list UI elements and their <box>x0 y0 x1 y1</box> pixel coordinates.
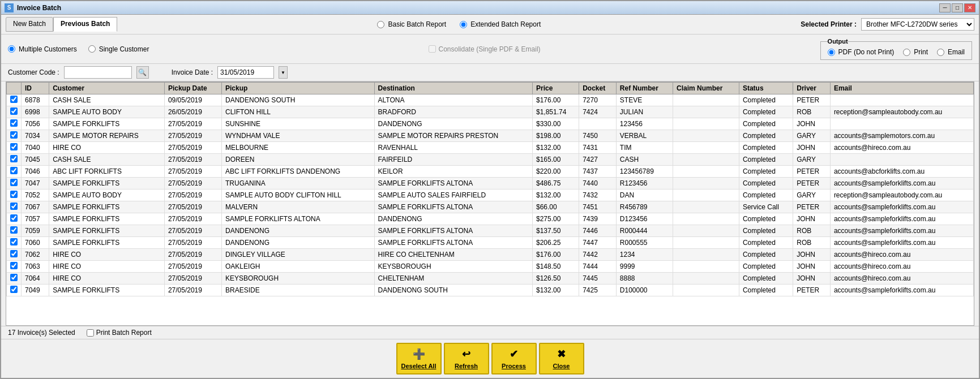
close-label: Close <box>553 363 570 369</box>
close-button[interactable]: ✖ Close <box>539 343 584 374</box>
single-customer-option[interactable]: Single Customer <box>88 45 149 53</box>
invoice-date-group: Invoice Date : ▼ <box>172 66 288 79</box>
print-batch-report-checkbox[interactable] <box>87 329 94 337</box>
pdf-radio[interactable] <box>828 49 835 56</box>
deselect-all-button[interactable]: ➕ Deselect All <box>396 343 442 374</box>
header-pickup-date: Pickup Date <box>164 83 221 94</box>
customer-code-label: Customer Code : <box>8 68 59 76</box>
header-claim-number: Claim Number <box>673 83 739 94</box>
header-id: ID <box>22 83 49 94</box>
customer-code-search-button[interactable]: 🔍 <box>136 66 149 79</box>
row-checkbox[interactable] <box>10 214 18 222</box>
header-checkbox <box>7 83 22 94</box>
printer-select[interactable]: Brother MFC-L2720DW series <box>861 18 974 31</box>
table-row: 7045CASH SALE27/05/2019DOREENFAIRFEILD$1… <box>7 154 974 166</box>
multiple-customers-option[interactable]: Multiple Customers <box>8 45 77 53</box>
invoice-table: ID Customer Pickup Date Pickup Destinati… <box>6 82 974 296</box>
customer-type-options: Multiple Customers Single Customer <box>8 45 149 53</box>
invoice-date-label: Invoice Date : <box>172 68 213 76</box>
header-driver: Driver <box>793 83 831 94</box>
single-customer-label: Single Customer <box>99 45 149 53</box>
table-row: 7052SAMPLE AUTO BODY27/05/2019SAMPLE AUT… <box>7 190 974 201</box>
app-icon: S <box>5 3 14 12</box>
row-checkbox[interactable] <box>10 143 18 150</box>
row-checkbox[interactable] <box>10 274 18 281</box>
header-customer: Customer <box>49 83 165 94</box>
row-checkbox[interactable] <box>10 167 18 174</box>
row-checkbox[interactable] <box>10 96 18 103</box>
email-radio[interactable] <box>937 49 944 56</box>
extended-batch-report-option[interactable]: Extended Batch Report <box>460 20 541 28</box>
print-radio[interactable] <box>903 49 910 56</box>
close-window-button[interactable]: ✕ <box>964 3 975 12</box>
row-checkbox[interactable] <box>10 179 18 186</box>
pdf-output-option[interactable]: PDF (Do not Print) <box>828 48 895 56</box>
invoices-selected-text: 17 Invoice(s) Selected <box>8 329 75 337</box>
print-batch-report-group: Print Batch Report <box>87 329 152 337</box>
refresh-button[interactable]: ↩ Refresh <box>444 343 489 374</box>
row-checkbox[interactable] <box>10 262 18 269</box>
pdf-label: PDF (Do not Print) <box>838 48 895 56</box>
refresh-label: Refresh <box>455 363 478 369</box>
row-checkbox[interactable] <box>10 155 18 162</box>
table-row: 6998SAMPLE AUTO BODY26/05/2019CLIFTON HI… <box>7 106 974 118</box>
table-row: 7059SAMPLE FORKLIFTS27/05/2019DANDENONGS… <box>7 225 974 237</box>
minimize-button[interactable]: ─ <box>939 3 951 12</box>
consolidate-checkbox[interactable] <box>429 45 436 53</box>
close-icon: ✖ <box>557 348 566 360</box>
main-window: S Invoice Batch ─ □ ✕ New Batch Previous… <box>0 0 980 379</box>
email-output-option[interactable]: Email <box>937 48 965 56</box>
window-controls: ─ □ ✕ <box>939 3 975 12</box>
title-bar: S Invoice Batch ─ □ ✕ <box>1 1 979 15</box>
print-output-option[interactable]: Print <box>903 48 928 56</box>
bottom-bar: ➕ Deselect All ↩ Refresh ✔ Process ✖ Clo… <box>1 339 979 378</box>
table-row: 7046ABC LIFT FORKLIFTS27/05/2019ABC LIFT… <box>7 166 974 178</box>
basic-batch-report-option[interactable]: Basic Batch Report <box>377 20 446 28</box>
table-row: 7064HIRE CO27/05/2019KEYSBOROUGHCHELTENH… <box>7 273 974 285</box>
customer-options-row: Multiple Customers Single Customer Conso… <box>1 35 979 64</box>
header-status: Status <box>739 83 793 94</box>
multiple-customers-label: Multiple Customers <box>19 45 77 53</box>
header-destination: Destination <box>374 83 532 94</box>
row-checkbox[interactable] <box>10 238 18 246</box>
table-row: 7062HIRE CO27/05/2019DINGLEY VILLAGEHIRE… <box>7 249 974 261</box>
header-docket: Docket <box>579 83 617 94</box>
table-row: 7056SAMPLE FORKLIFTS27/05/2019SUNSHINEDA… <box>7 118 974 130</box>
table-body: 6878CASH SALE09/05/2019DANDENONG SOUTHAL… <box>7 94 974 296</box>
output-section: Output PDF (Do not Print) Print Email <box>820 38 972 60</box>
invoice-date-input[interactable] <box>217 66 274 79</box>
maximize-button[interactable]: □ <box>952 3 963 12</box>
row-checkbox[interactable] <box>10 131 18 139</box>
date-dropdown-button[interactable]: ▼ <box>279 66 288 79</box>
table-row: 7034SAMPLE MOTOR REPAIRS27/05/2019WYNDHA… <box>7 130 974 142</box>
multiple-customers-radio[interactable] <box>8 45 15 53</box>
output-fieldset: Output PDF (Do not Print) Print Email <box>820 38 972 60</box>
tab-previous-batch[interactable]: Previous Batch <box>53 17 117 32</box>
single-customer-radio[interactable] <box>88 45 96 53</box>
window-title: Invoice Batch <box>17 4 939 12</box>
customer-code-group: Customer Code : 🔍 <box>8 66 149 79</box>
table-row: 7040HIRE CO27/05/2019MELBOURNERAVENHALL$… <box>7 142 974 154</box>
refresh-icon: ↩ <box>462 348 470 360</box>
row-checkbox[interactable] <box>10 226 18 234</box>
table-row: 7049SAMPLE FORKLIFTS27/05/2019BRAESIDEDA… <box>7 285 974 296</box>
table-row: 7060SAMPLE FORKLIFTS27/05/2019DANDENONGS… <box>7 237 974 249</box>
row-checkbox[interactable] <box>10 119 18 127</box>
extended-radio[interactable] <box>460 21 467 28</box>
basic-radio[interactable] <box>377 21 384 28</box>
row-checkbox[interactable] <box>10 286 18 293</box>
print-label: Print <box>914 48 928 56</box>
header-pickup: Pickup <box>222 83 375 94</box>
print-batch-report-label: Print Batch Report <box>96 329 152 337</box>
row-checkbox[interactable] <box>10 250 18 257</box>
customer-code-input[interactable] <box>64 66 132 79</box>
row-checkbox[interactable] <box>10 191 18 198</box>
table-row: 6878CASH SALE09/05/2019DANDENONG SOUTHAL… <box>7 94 974 106</box>
basic-batch-report-label: Basic Batch Report <box>388 20 446 28</box>
deselect-all-label: Deselect All <box>401 363 436 369</box>
toolbar: New Batch Previous Batch Basic Batch Rep… <box>1 15 979 35</box>
tab-new-batch[interactable]: New Batch <box>6 17 53 32</box>
row-checkbox[interactable] <box>10 203 18 210</box>
row-checkbox[interactable] <box>10 107 18 115</box>
process-button[interactable]: ✔ Process <box>491 343 537 374</box>
